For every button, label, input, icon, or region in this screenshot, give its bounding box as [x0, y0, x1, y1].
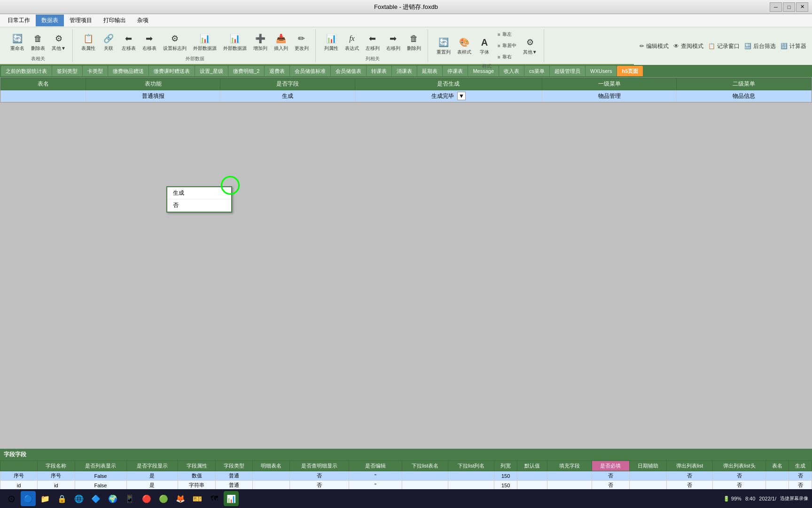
tab-wxusers[interactable]: WXUsers [586, 66, 617, 76]
dropdown-arrow-icon[interactable]: ▼ [457, 92, 466, 100]
tab-extend[interactable]: 延期表 [417, 66, 442, 76]
external-data-button[interactable]: 📊 外部数据源 [190, 30, 219, 54]
add-col-button[interactable]: ➕ 增加列 [250, 30, 270, 54]
lower-header-isfield: 是否字段显示 [126, 461, 178, 471]
insert-col-icon: 📥 [274, 32, 288, 45]
move-right-col-button[interactable]: ➡ 右移列 [383, 30, 403, 54]
lower-table-cell [402, 471, 448, 481]
tab-member-value-std[interactable]: 会员储值标准 [290, 66, 330, 76]
font-button[interactable]: A 字体 [475, 34, 494, 57]
edit-mode-button[interactable]: ✏ 编辑模式 [640, 42, 669, 50]
taskbar-app-11[interactable]: 🎫 [190, 491, 205, 506]
set-flag-col-button[interactable]: ⚙ 设置标志列 [160, 30, 189, 54]
table-style-icon: 🎨 [458, 36, 471, 49]
tab-member-value[interactable]: 会员储值表 [331, 66, 366, 76]
tab-stop[interactable]: 停课表 [443, 66, 468, 76]
other-table-button[interactable]: ⚙ 其他▼ [49, 30, 69, 54]
lower-table-row[interactable]: 序号序号False是数值普通否"150否否否否 [0, 471, 812, 481]
menu-datatable[interactable]: 数据表 [36, 15, 64, 26]
align-right-button[interactable]: ≡ 靠右 [495, 52, 519, 62]
tab-super-admin[interactable]: 超级管理员 [550, 66, 585, 76]
tab-fee-items[interactable]: 缴费物品赠送 [108, 66, 148, 76]
delete-col-button[interactable]: 🗑 删除列 [404, 30, 424, 54]
move-right-table-button[interactable]: ➡ 右移表 [140, 30, 159, 54]
bottom-section-header: 字段字段 [0, 449, 812, 460]
change-col-button[interactable]: ✏ 更改列 [292, 30, 312, 54]
table-props-button[interactable]: 📋 表属性 [78, 30, 98, 54]
lower-table-cell [402, 481, 448, 490]
menu-misc[interactable]: 杂项 [132, 15, 154, 26]
view-mode-button[interactable]: 👁 查阅模式 [673, 42, 703, 50]
calculator-button[interactable]: 🔢 计算器 [781, 42, 806, 50]
taskbar-app-5[interactable]: 🔷 [88, 491, 103, 506]
rename-button[interactable]: 🔄 重命名 [8, 30, 27, 54]
delete-table-button[interactable]: 🗑 删除表 [28, 30, 48, 54]
upper-table-row[interactable]: 普通填报 生成 生成完毕 ▼ 物品管理 物品信息 [1, 90, 812, 102]
taskbar-app-9[interactable]: 🟢 [156, 491, 171, 506]
move-left-col-icon: ⬅ [366, 32, 379, 45]
tab-transfer[interactable]: 转课表 [367, 66, 391, 76]
move-left-table-button[interactable]: ⬅ 左移表 [119, 30, 139, 54]
dropdown-option-no[interactable]: 否 [167, 199, 231, 212]
taskbar-app-8[interactable]: 🔴 [139, 491, 154, 506]
taskbar-right: 🔋 99% 8:40 2022/1/ 迅捷屏幕录像 [723, 495, 808, 502]
insert-col-button[interactable]: 📥 插入列 [271, 30, 291, 54]
taskbar-app-12[interactable]: 🗺 [207, 491, 222, 506]
lower-table-cell: False [75, 481, 126, 490]
taskbar-app-10[interactable]: 🦊 [173, 491, 188, 506]
backend-filter-button[interactable]: 🔙 后台筛选 [744, 42, 776, 50]
taskbar-app-4[interactable]: 🌐 [71, 491, 86, 506]
tab-signin-type[interactable]: 签到类型 [52, 66, 82, 76]
lower-table-cell [547, 471, 592, 481]
tab-consume[interactable]: 消课表 [392, 66, 417, 76]
tab-fee-lessons[interactable]: 缴费课时赠送表 [149, 66, 195, 76]
taskbar-app-foxtable[interactable]: 📊 [224, 491, 239, 506]
move-left-col-button[interactable]: ⬅ 左移列 [363, 30, 383, 54]
tab-fee-detail2[interactable]: 缴费明细_2 [228, 66, 264, 76]
align-center-button[interactable]: ≡ 靠居中 [495, 40, 519, 51]
tab-refund[interactable]: 退费表 [265, 66, 289, 76]
dropdown-option-generate[interactable]: 生成 [167, 187, 231, 199]
start-button[interactable]: ⊙ [4, 491, 19, 506]
close-button[interactable]: ✕ [796, 2, 808, 12]
external-data2-button[interactable]: 📊 外部数据源 [220, 30, 250, 54]
lower-table-cell [448, 481, 494, 490]
ribbon-buttons-col: 📋 表属性 🔗 关联 ⬅ 左移表 ➡ 右移表 ⚙ 设置标志列 📊 外部数据源 [78, 29, 312, 55]
upper-cell-isgenerate[interactable]: 生成完毕 ▼ [355, 90, 542, 102]
taskbar-app-1[interactable]: 🔵 [21, 491, 36, 506]
col-props-button[interactable]: 📊 列属性 [321, 30, 341, 54]
lower-table-row[interactable]: ididFalse是字符串普通否"150否否否否 [0, 481, 812, 490]
tab-prev-stats[interactable]: 之前的数据统计表 [1, 66, 52, 76]
tab-income[interactable]: 收入表 [499, 66, 524, 76]
tab-card-type[interactable]: 卡类型 [83, 66, 108, 76]
lower-table-cell: " [349, 471, 402, 481]
taskbar-app-7[interactable]: 📱 [122, 491, 137, 506]
dropdown-menu: 生成 否 [166, 186, 232, 213]
taskbar-app-3[interactable]: 🔒 [55, 491, 70, 506]
record-window-button[interactable]: 📋 记录窗口 [708, 42, 740, 50]
tab-cs-menu[interactable]: cs菜单 [524, 66, 549, 76]
menu-print[interactable]: 打印输出 [98, 15, 132, 26]
other-table-icon: ⚙ [52, 32, 65, 45]
lower-header-poplist: 弹出列表list [667, 461, 713, 471]
formula-icon: fx [345, 32, 359, 45]
link-button[interactable]: 🔗 关联 [99, 30, 118, 54]
rename-icon: 🔄 [11, 32, 24, 45]
menu-daily[interactable]: 日常工作 [2, 15, 36, 26]
menu-manage[interactable]: 管理项目 [64, 15, 98, 26]
lower-table-cell: 否 [789, 481, 812, 490]
lower-table-cell: 数值 [178, 471, 215, 481]
style-other-button[interactable]: ⚙ 其他▼ [520, 34, 540, 57]
taskbar-app-6[interactable]: 🌍 [105, 491, 120, 506]
taskbar-app-2[interactable]: 📁 [38, 491, 53, 506]
lower-table-cell [547, 481, 592, 490]
minimize-button[interactable]: ─ [770, 2, 782, 12]
maximize-button[interactable]: □ [783, 2, 795, 12]
table-style-button[interactable]: 🎨 表样式 [454, 34, 474, 57]
reset-col-button[interactable]: 🔄 重置列 [434, 34, 453, 57]
align-left-button[interactable]: ≡ 靠左 [495, 29, 519, 40]
formula-button[interactable]: fx 表达式 [342, 30, 362, 54]
tab-h5-page[interactable]: h5页面 [617, 66, 643, 76]
tab-star-level[interactable]: 设置_星级 [195, 66, 228, 76]
ribbon-group-col-ops: 📊 列属性 fx 表达式 ⬅ 左移列 ➡ 右移列 🗑 删除列 列相关 [318, 29, 428, 62]
